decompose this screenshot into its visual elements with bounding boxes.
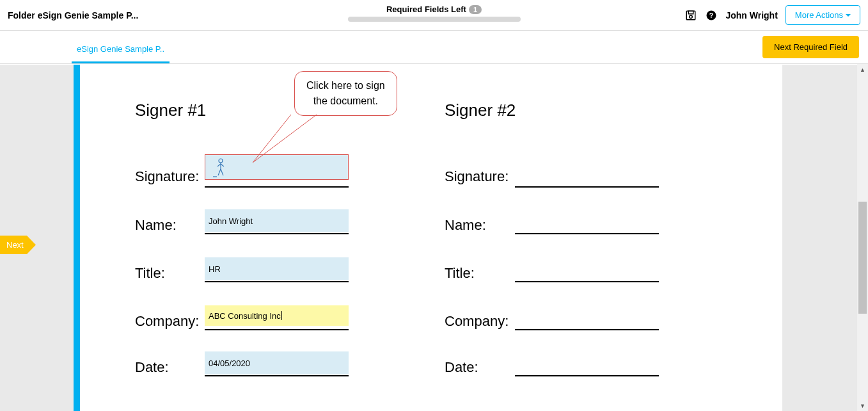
signer1-date-field[interactable]: 04/05/2020 bbox=[205, 351, 349, 375]
svg-point-5 bbox=[219, 159, 223, 163]
signer1-name-line bbox=[205, 233, 349, 234]
folder-title: Folder eSign Genie Sample P... bbox=[8, 10, 138, 20]
scroll-up-arrow-icon[interactable]: ▲ bbox=[857, 64, 868, 75]
header-right: ? John Wright More Actions bbox=[684, 5, 860, 25]
svg-line-7 bbox=[253, 115, 291, 163]
signer1-name-label: Name: bbox=[135, 217, 177, 234]
help-icon[interactable]: ? bbox=[705, 9, 718, 22]
signer2-name-line bbox=[515, 233, 659, 234]
callout-line1: Click here to sign bbox=[306, 78, 385, 93]
signer1-signature-line bbox=[205, 186, 349, 188]
callout-line2: the document. bbox=[306, 93, 385, 109]
chevron-down-icon bbox=[846, 14, 851, 17]
signer2-signature-label: Signature: bbox=[445, 168, 509, 185]
scroll-down-arrow-icon[interactable]: ▼ bbox=[857, 400, 868, 411]
tab-bar: eSign Genie Sample P.. Next Required Fie… bbox=[0, 31, 868, 64]
signer1-heading: Signer #1 bbox=[135, 101, 206, 120]
signer1-name-field[interactable]: John Wright bbox=[205, 209, 349, 232]
signer1-title-field[interactable]: HR bbox=[205, 257, 349, 280]
required-fields-area: Required Fields Left 1 bbox=[348, 4, 521, 22]
signer1-name-value: John Wright bbox=[209, 216, 253, 226]
save-icon[interactable] bbox=[684, 9, 697, 22]
required-fields-label: Required Fields Left bbox=[386, 4, 466, 14]
signer2-heading: Signer #2 bbox=[445, 101, 516, 120]
required-count-badge: 1 bbox=[469, 5, 482, 14]
required-fields-text: Required Fields Left 1 bbox=[386, 4, 482, 14]
svg-point-2 bbox=[690, 15, 693, 19]
user-name: John Wright bbox=[725, 10, 777, 20]
signer2-company-label: Company: bbox=[445, 313, 509, 330]
document-page: Signer #1 Signer #2 Signature: Name: Joh… bbox=[74, 65, 782, 411]
signature-glyph-icon bbox=[212, 157, 231, 180]
callout-pointer-icon bbox=[253, 108, 329, 166]
signer1-company-value: ABC Consulting Inc bbox=[209, 311, 281, 321]
more-actions-label: More Actions bbox=[795, 10, 843, 20]
more-actions-button[interactable]: More Actions bbox=[785, 5, 860, 25]
vertical-scrollbar[interactable]: ▲ ▼ bbox=[857, 64, 868, 411]
signer2-date-label: Date: bbox=[445, 359, 478, 376]
signer1-title-label: Title: bbox=[135, 265, 165, 282]
tab-document-1[interactable]: eSign Genie Sample P.. bbox=[72, 44, 170, 63]
signer2-name-label: Name: bbox=[445, 217, 486, 234]
text-cursor bbox=[281, 311, 282, 320]
svg-text:?: ? bbox=[709, 11, 713, 19]
signer1-date-value: 04/05/2020 bbox=[209, 359, 250, 368]
svg-line-6 bbox=[253, 115, 317, 163]
signer1-company-label: Company: bbox=[135, 313, 199, 330]
top-header: Folder eSign Genie Sample P... Required … bbox=[0, 0, 868, 31]
scroll-thumb[interactable] bbox=[858, 202, 867, 314]
svg-rect-1 bbox=[689, 11, 694, 14]
document-viewport: Signer #1 Signer #2 Signature: Name: Joh… bbox=[0, 65, 868, 411]
signer1-signature-label: Signature: bbox=[135, 168, 199, 185]
sign-here-callout: Click here to sign the document. bbox=[294, 71, 397, 116]
next-required-field-button[interactable]: Next Required Field bbox=[762, 36, 859, 58]
signer2-title-line bbox=[515, 281, 659, 282]
signer1-company-line bbox=[205, 329, 349, 330]
signer1-title-value: HR bbox=[209, 264, 221, 274]
signer1-title-line bbox=[205, 281, 349, 282]
signer2-title-label: Title: bbox=[445, 265, 475, 282]
signer2-date-line bbox=[515, 375, 659, 376]
signer2-signature-line bbox=[515, 186, 659, 188]
signer1-date-line bbox=[205, 375, 349, 376]
signer2-company-line bbox=[515, 329, 659, 330]
signer1-company-field[interactable]: ABC Consulting Inc bbox=[205, 305, 349, 326]
progress-bar[interactable] bbox=[348, 17, 521, 22]
signer1-date-label: Date: bbox=[135, 359, 169, 376]
